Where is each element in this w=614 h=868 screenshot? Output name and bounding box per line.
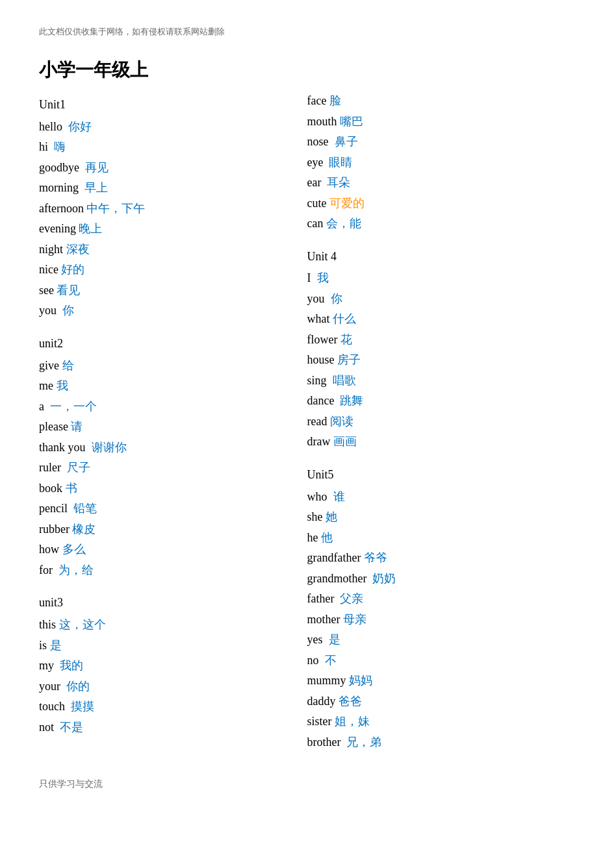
- right-top-section: face 脸 mouth 嘴巴 nose 鼻子 eye 眼睛 ear 耳朵 cu…: [307, 91, 576, 234]
- unit1-title: Unit1: [39, 95, 307, 114]
- word-see: see 看见: [39, 280, 307, 301]
- unit3-title: unit3: [39, 593, 307, 612]
- word-nose: nose 鼻子: [307, 132, 576, 153]
- unit4-section: Unit 4 I 我 you 你 what 什么 flower 花 house …: [307, 247, 576, 453]
- word-my: my 我的: [39, 656, 307, 676]
- word-I: I 我: [307, 268, 576, 289]
- word-ear: ear 耳朵: [307, 173, 576, 193]
- right-column: face 脸 mouth 嘴巴 nose 鼻子 eye 眼睛 ear 耳朵 cu…: [307, 57, 576, 752]
- word-morning: morning 早上: [39, 178, 307, 199]
- word-house: house 房子: [307, 350, 576, 371]
- word-goodbye: goodbye 再见: [39, 158, 307, 179]
- word-pencil: pencil 铅笔: [39, 499, 307, 519]
- word-grandmother: grandmother 奶奶: [307, 569, 576, 589]
- unit2-title: unit2: [39, 334, 307, 353]
- word-daddy: daddy 爸爸: [307, 691, 576, 712]
- footer: 只供学习与交流: [39, 778, 575, 790]
- unit5-section: Unit5 who 谁 she 她 he 他 grandfather 爷爷 gr…: [307, 465, 576, 752]
- word-cute: cute 可爱的: [307, 193, 576, 214]
- unit5-title: Unit5: [307, 465, 576, 484]
- word-father: father 父亲: [307, 589, 576, 610]
- word-you: you 你: [39, 301, 307, 321]
- word-face: face 脸: [307, 91, 576, 112]
- left-column: 小学一年级上 Unit1 hello 你好 hi 嗨 goodbye 再见 mo…: [39, 57, 307, 752]
- word-touch: touch 摸摸: [39, 697, 307, 717]
- word-brother: brother 兄，弟: [307, 732, 576, 753]
- unit4-title: Unit 4: [307, 247, 576, 266]
- word-eye: eye 眼睛: [307, 153, 576, 173]
- disclaimer: 此文档仅供收集于网络，如有侵权请联系网站删除: [39, 26, 575, 38]
- word-this: this 这，这个: [39, 615, 307, 636]
- word-mother: mother 母亲: [307, 610, 576, 630]
- word-nice: nice 好的: [39, 260, 307, 280]
- word-you2: you 你: [307, 289, 576, 310]
- word-hi: hi 嗨: [39, 137, 307, 158]
- word-no: no 不: [307, 651, 576, 671]
- word-rubber: rubber 橡皮: [39, 519, 307, 540]
- word-what: what 什么: [307, 309, 576, 330]
- main-title: 小学一年级上: [39, 57, 307, 82]
- word-not: not 不是: [39, 717, 307, 738]
- word-for: for 为，给: [39, 560, 307, 581]
- word-evening: evening 晚上: [39, 219, 307, 240]
- word-ruler: ruler 尺子: [39, 458, 307, 478]
- word-thankyou: thank you 谢谢你: [39, 438, 307, 458]
- word-night: night 深夜: [39, 240, 307, 260]
- word-a: a 一，一个: [39, 397, 307, 417]
- word-book: book 书: [39, 478, 307, 499]
- word-can: can 会，能: [307, 214, 576, 234]
- word-read: read 阅读: [307, 412, 576, 432]
- word-who: who 谁: [307, 487, 576, 508]
- word-she: she 她: [307, 507, 576, 528]
- word-he: he 他: [307, 528, 576, 549]
- word-sing: sing 唱歌: [307, 371, 576, 391]
- word-hello: hello 你好: [39, 117, 307, 138]
- word-afternoon: afternoon 中午，下午: [39, 199, 307, 219]
- word-is: is 是: [39, 636, 307, 656]
- word-grandfather: grandfather 爷爷: [307, 548, 576, 569]
- unit3-section: unit3 this 这，这个 is 是 my 我的 your 你的 touch…: [39, 593, 307, 738]
- word-me: me 我: [39, 376, 307, 397]
- unit1-section: Unit1 hello 你好 hi 嗨 goodbye 再见 morning 早…: [39, 95, 307, 321]
- word-how: how 多么: [39, 539, 307, 560]
- word-mummy: mummy 妈妈: [307, 671, 576, 691]
- word-mouth: mouth 嘴巴: [307, 112, 576, 132]
- word-dance: dance 跳舞: [307, 391, 576, 412]
- word-your: your 你的: [39, 676, 307, 697]
- word-sister: sister 姐，妹: [307, 712, 576, 732]
- word-flower: flower 花: [307, 330, 576, 351]
- word-yes: yes 是: [307, 630, 576, 651]
- word-give: give 给: [39, 356, 307, 377]
- word-please: please 请: [39, 417, 307, 438]
- unit2-section: unit2 give 给 me 我 a 一，一个 please 请 thank …: [39, 334, 307, 580]
- word-draw: draw 画画: [307, 432, 576, 453]
